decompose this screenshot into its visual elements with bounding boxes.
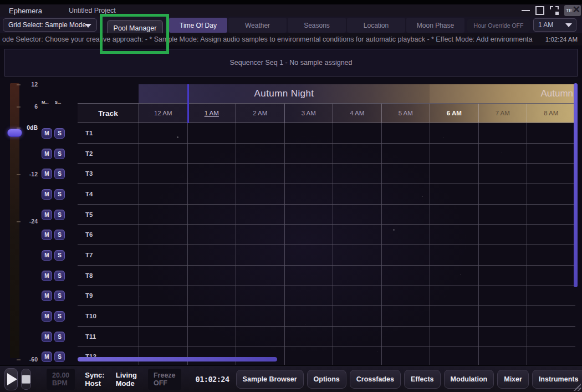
grid-cell[interactable] (381, 144, 430, 164)
grid-cell[interactable] (430, 184, 478, 204)
mute-button[interactable]: M (42, 189, 52, 200)
grid-cell[interactable] (381, 286, 430, 306)
mute-button[interactable]: M (42, 291, 52, 301)
grid-cell[interactable] (333, 184, 381, 204)
hour-column-header[interactable]: 6 AM (430, 104, 478, 123)
grid-cell[interactable] (430, 164, 478, 184)
hour-column-header[interactable]: 12 AM (139, 104, 187, 123)
grid-cell[interactable] (478, 123, 527, 143)
grid-cell[interactable] (284, 205, 333, 225)
grid-cell[interactable] (381, 225, 430, 245)
grid-cell[interactable] (430, 123, 478, 143)
play-button[interactable] (4, 368, 18, 390)
grid-cell[interactable] (381, 245, 430, 265)
grid-cell[interactable] (430, 347, 478, 365)
grid-cell[interactable] (527, 347, 575, 365)
grid-cell[interactable] (527, 123, 575, 143)
grid-cell[interactable] (381, 266, 430, 286)
grid-cell[interactable] (430, 245, 478, 265)
grid-cell[interactable] (187, 205, 236, 225)
grid-cell[interactable] (139, 225, 187, 245)
minimize-icon[interactable] (522, 10, 530, 11)
grid-cell[interactable] (430, 225, 478, 245)
solo-button[interactable]: S (54, 210, 65, 220)
grid-cell[interactable] (187, 306, 236, 326)
grid-cell[interactable] (478, 225, 527, 245)
panel-button[interactable]: Sample Browser (236, 370, 304, 389)
solo-button[interactable]: S (54, 128, 65, 139)
grid-cell[interactable] (236, 225, 284, 245)
grid-cell[interactable] (527, 266, 575, 286)
grid-cell[interactable] (139, 205, 187, 225)
mode-tab[interactable]: Moon Phase (406, 18, 464, 33)
grid-cell[interactable] (333, 205, 381, 225)
grid-cell[interactable] (527, 164, 575, 184)
grid-cell[interactable] (187, 225, 236, 245)
grid-cell[interactable] (333, 327, 381, 347)
grid-cell[interactable] (333, 347, 381, 365)
grid-cell[interactable] (284, 184, 333, 204)
grid-cell[interactable] (430, 306, 478, 326)
mute-button[interactable]: M (42, 149, 52, 159)
grid-cell[interactable] (478, 347, 527, 365)
living-mode-label[interactable]: Living Mode (116, 371, 137, 388)
grid-cell[interactable] (284, 245, 333, 265)
grid-cell[interactable] (187, 123, 236, 143)
grid-cell[interactable] (527, 245, 575, 265)
grid-cell[interactable] (139, 327, 187, 347)
horizontal-scrollbar[interactable] (78, 357, 277, 362)
grid-cell[interactable] (381, 123, 430, 143)
grid-cell[interactable] (430, 144, 478, 164)
grid-cell[interactable] (236, 164, 284, 184)
grid-cell[interactable] (527, 205, 575, 225)
hour-column-header[interactable]: 7 AM (478, 104, 527, 123)
grid-cell[interactable] (333, 306, 381, 326)
grid-cell[interactable] (236, 347, 284, 365)
hour-select-dropdown[interactable]: 1 AM (533, 18, 576, 32)
grid-cell[interactable] (187, 144, 236, 164)
grid-cell[interactable] (187, 164, 236, 184)
grid-cell[interactable] (236, 184, 284, 204)
grid-cell[interactable] (430, 286, 478, 306)
grid-cell[interactable] (333, 144, 381, 164)
grid-cell[interactable] (333, 123, 381, 143)
grid-cell[interactable] (333, 225, 381, 245)
mute-button[interactable]: M (42, 311, 52, 322)
grid-cell[interactable] (236, 286, 284, 306)
close-button[interactable]: TE ✕ (564, 5, 581, 16)
grid-cell[interactable] (478, 205, 527, 225)
grid-cell[interactable] (381, 205, 430, 225)
grid-cell[interactable] (381, 164, 430, 184)
hour-column-header[interactable]: 2 AM (236, 104, 284, 123)
grid-cell[interactable] (284, 327, 333, 347)
panel-button[interactable]: Mixer (497, 370, 529, 389)
panel-button[interactable]: Instruments (532, 370, 582, 389)
grid-cell[interactable] (139, 347, 187, 365)
grid-cell[interactable] (527, 225, 575, 245)
grid-cell[interactable] (284, 347, 333, 365)
grid-cell[interactable] (430, 327, 478, 347)
maximize-icon[interactable] (535, 6, 544, 15)
grid-cell[interactable] (139, 123, 187, 143)
grid-cell[interactable] (284, 286, 333, 306)
grid-cell[interactable] (139, 245, 187, 265)
grid-cell[interactable] (430, 266, 478, 286)
grid-cell[interactable] (187, 184, 236, 204)
grid-cell[interactable] (236, 266, 284, 286)
solo-button[interactable]: S (54, 291, 65, 301)
mode-tab[interactable]: Location (347, 18, 405, 33)
panel-button[interactable]: Options (307, 370, 346, 389)
grid-cell[interactable] (236, 306, 284, 326)
grid-cell[interactable] (187, 327, 236, 347)
mute-button[interactable]: M (42, 332, 52, 342)
grid-cell[interactable] (478, 286, 527, 306)
grid-cell[interactable] (284, 144, 333, 164)
grid-cell[interactable] (527, 144, 575, 164)
grid-cell[interactable] (478, 184, 527, 204)
grid-cell[interactable] (139, 306, 187, 326)
grid-cell[interactable] (430, 205, 478, 225)
mute-button[interactable]: M (42, 210, 52, 220)
grid-cell[interactable] (187, 347, 236, 365)
grid-cell[interactable] (284, 164, 333, 184)
grid-cell[interactable] (236, 144, 284, 164)
